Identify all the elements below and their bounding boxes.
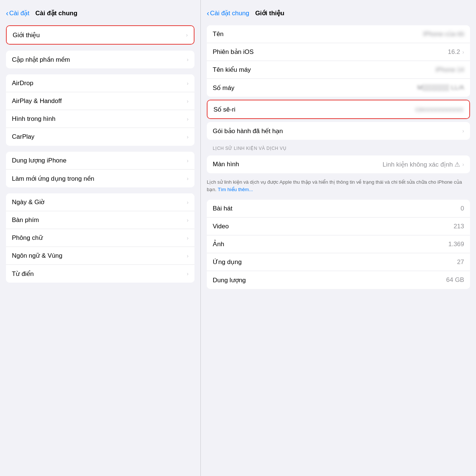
description-link[interactable]: Tìm hiểu thêm... xyxy=(218,187,253,192)
ban-phim-chevron-icon: › xyxy=(187,217,189,223)
screen-value: Linh kiện không xác định ⚠ xyxy=(383,161,460,168)
serial-highlighted: Số sê-ri C8XXXXXXXXXXX xyxy=(207,100,470,119)
screen-right: Linh kiện không xác định ⚠ › xyxy=(383,161,464,168)
stats-group: Bài hát 0 Video 213 Ảnh 1.369 Ứng dụng 2… xyxy=(207,200,470,289)
serial-item[interactable]: Số sê-ri C8XXXXXXXXXXX xyxy=(208,100,469,118)
airplay-handoff-item[interactable]: AirPlay & Handoff › xyxy=(6,92,194,110)
bai-hat-value: 0 xyxy=(461,205,464,212)
serial-label: Số sê-ri xyxy=(213,106,235,113)
warranty-chevron-icon: › xyxy=(462,128,464,134)
gioi-thieu-item[interactable]: Giới thiệu › xyxy=(7,26,194,44)
left-panel: ‹ Cài đặt Cài đặt chung Giới thiệu › Cập… xyxy=(0,0,201,476)
cap-nhat-item[interactable]: Cập nhật phần mềm › xyxy=(6,51,194,68)
ios-version-chevron-icon: › xyxy=(462,49,464,55)
dung-luong-item[interactable]: Dung lượng iPhone › xyxy=(6,152,194,170)
tu-dien-label: Từ điển xyxy=(12,270,34,278)
gioi-thieu-label: Giới thiệu xyxy=(13,31,40,39)
left-nav-bar: ‹ Cài đặt Cài đặt chung xyxy=(0,0,200,22)
tu-dien-item[interactable]: Từ điển › xyxy=(6,265,194,283)
bai-hat-item: Bài hát 0 xyxy=(207,200,470,218)
right-content: Tên IPhone của tôi Phiên bản iOS 16.2 › … xyxy=(201,22,476,476)
warranty-group: Gói bảo hành đã hết hạn › xyxy=(207,122,470,140)
gioi-thieu-highlighted-group: Giới thiệu › xyxy=(6,25,194,45)
ten-label: Tên xyxy=(213,30,223,38)
lam-moi-item[interactable]: Làm mới ứng dụng trong nền › xyxy=(6,170,194,187)
ngay-gio-item[interactable]: Ngày & Giờ › xyxy=(6,193,194,211)
airdrop-label: AirDrop xyxy=(12,80,33,87)
right-nav-bar: ‹ Cài đặt chung Giới thiệu xyxy=(201,0,476,22)
right-nav-title: Giới thiệu xyxy=(255,9,284,17)
right-back-label: Cài đặt chung xyxy=(210,9,249,17)
video-value: 213 xyxy=(454,223,464,230)
ngon-ngu-chevron-icon: › xyxy=(187,253,189,259)
right-back-button[interactable]: ‹ Cài đặt chung xyxy=(207,9,249,17)
ung-dung-label: Ứng dụng xyxy=(213,258,242,266)
description-text: Lịch sử linh kiện và dịch vụ được Apple … xyxy=(201,176,476,197)
serial-wrapper: Số sê-ri C8XXXXXXXXXXX xyxy=(207,100,470,119)
hinh-trong-hinh-item[interactable]: Hình trong hình › xyxy=(6,110,194,128)
bai-hat-label: Bài hát xyxy=(213,205,232,212)
ung-dung-item: Ứng dụng 27 xyxy=(207,253,470,271)
dung-luong-chevron-icon: › xyxy=(187,158,189,164)
linh-kien-section-label: LỊCH SỬ LINH KIỆN VÀ DỊCH VỤ xyxy=(201,143,476,152)
ngon-ngu-item[interactable]: Ngôn ngữ & Vùng › xyxy=(6,247,194,265)
so-may-label: Số máy xyxy=(213,84,234,92)
carplay-item[interactable]: CarPlay › xyxy=(6,128,194,146)
storage-group: Dung lượng iPhone › Làm mới ứng dụng tro… xyxy=(6,152,194,187)
carplay-label: CarPlay xyxy=(12,133,34,141)
anh-item: Ảnh 1.369 xyxy=(207,235,470,253)
anh-value: 1.369 xyxy=(448,241,464,248)
ngon-ngu-label: Ngôn ngữ & Vùng xyxy=(12,252,62,260)
ios-version-label: Phiên bản iOS xyxy=(213,48,254,56)
gioi-thieu-chevron-icon: › xyxy=(186,32,188,38)
serial-right: C8XXXXXXXXXXX xyxy=(415,106,463,113)
ung-dung-value: 27 xyxy=(457,258,464,266)
cap-nhat-label: Cập nhật phần mềm xyxy=(12,56,70,64)
right-chevron-icon: ‹ xyxy=(207,9,209,17)
dung-luong-stat-item: Dung lượng 64 GB xyxy=(207,271,470,289)
lam-moi-chevron-icon: › xyxy=(187,176,189,181)
right-panel: ‹ Cài đặt chung Giới thiệu Tên IPhone củ… xyxy=(201,0,476,476)
screen-item[interactable]: Màn hình Linh kiện không xác định ⚠ › xyxy=(207,155,470,173)
left-chevron-icon: ‹ xyxy=(6,9,9,17)
tu-dien-chevron-icon: › xyxy=(187,271,189,277)
phong-chu-label: Phông chữ xyxy=(12,234,43,242)
screen-chevron-icon: › xyxy=(462,161,464,167)
phong-chu-item[interactable]: Phông chữ › xyxy=(6,229,194,247)
kieu-may-item[interactable]: Tên kiểu máy iPhone 14 xyxy=(207,61,470,79)
ios-version-right: 16.2 › xyxy=(448,48,464,56)
airplay-chevron-icon: › xyxy=(187,98,189,104)
cap-nhat-group: Cập nhật phần mềm › xyxy=(6,51,194,68)
ban-phim-item[interactable]: Bàn phím › xyxy=(6,211,194,229)
left-back-button[interactable]: ‹ Cài đặt xyxy=(6,9,29,17)
warranty-item[interactable]: Gói bảo hành đã hết hạn › xyxy=(207,122,470,140)
connectivity-group: AirDrop › AirPlay & Handoff › Hình trong… xyxy=(6,74,194,146)
ten-item[interactable]: Tên IPhone của tôi xyxy=(207,25,470,43)
screen-label: Màn hình xyxy=(213,161,239,168)
lam-moi-label: Làm mới ứng dụng trong nền xyxy=(12,175,94,183)
ten-right: IPhone của tôi xyxy=(423,30,464,38)
ban-phim-label: Bàn phím xyxy=(12,216,39,224)
hinh-trong-hinh-label: Hình trong hình xyxy=(12,115,55,123)
kieu-may-right: iPhone 14 xyxy=(435,66,464,74)
ngay-gio-label: Ngày & Giờ xyxy=(12,198,44,206)
kieu-may-value: iPhone 14 xyxy=(435,66,464,74)
dung-luong-stat-label: Dung lượng xyxy=(213,276,246,284)
device-info-group: Tên IPhone của tôi Phiên bản iOS 16.2 › … xyxy=(207,25,470,97)
so-may-item[interactable]: Số máy M▒▒▒▒▒▒ LL/A xyxy=(207,79,470,97)
video-item: Video 213 xyxy=(207,218,470,235)
kieu-may-label: Tên kiểu máy xyxy=(213,66,251,74)
screen-group: Màn hình Linh kiện không xác định ⚠ › xyxy=(207,155,470,173)
serial-value: C8XXXXXXXXXXX xyxy=(415,106,463,113)
ios-version-item[interactable]: Phiên bản iOS 16.2 › xyxy=(207,43,470,61)
ios-version-value: 16.2 xyxy=(448,48,460,56)
locale-group: Ngày & Giờ › Bàn phím › Phông chữ › Ngôn… xyxy=(6,193,194,283)
ngay-gio-chevron-icon: › xyxy=(187,199,189,205)
left-nav-title: Cài đặt chung xyxy=(35,9,77,17)
so-may-value: M▒▒▒▒▒▒ LL/A xyxy=(417,84,464,91)
dung-luong-label: Dung lượng iPhone xyxy=(12,157,67,164)
airdrop-item[interactable]: AirDrop › xyxy=(6,74,194,92)
left-back-label: Cài đặt xyxy=(9,9,29,17)
airplay-handoff-label: AirPlay & Handoff xyxy=(12,97,62,105)
carplay-chevron-icon: › xyxy=(187,134,189,140)
